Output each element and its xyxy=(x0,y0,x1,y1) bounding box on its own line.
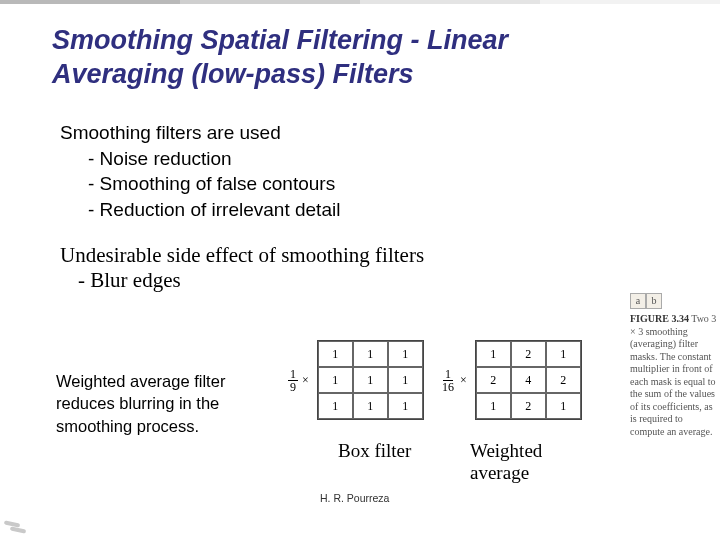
slide-title: Smoothing Spatial Filtering - Linear Ave… xyxy=(52,24,662,92)
title-line-1: Smoothing Spatial Filtering - Linear xyxy=(52,25,508,55)
matrix-cell: 1 xyxy=(353,393,388,419)
figure-label-grid: a b xyxy=(630,293,718,309)
figure-caption-text: Two 3 × 3 smoothing (averaging) filter m… xyxy=(630,313,716,437)
box-filter-scalar: 1 9 xyxy=(288,368,298,393)
weighted-filter: 1 16 × 1 2 1 2 4 2 1 2 1 xyxy=(440,340,582,420)
matrix-cell: 1 xyxy=(546,393,581,419)
footer-author: H. R. Pourreza xyxy=(320,492,389,504)
figure-label-a: a xyxy=(630,293,646,309)
matrix-cell: 1 xyxy=(546,341,581,367)
matrix-cell: 1 xyxy=(318,393,353,419)
weighted-filter-caption: Weighted average xyxy=(470,440,580,484)
bullet-item: Smoothing of false contours xyxy=(100,173,336,194)
block1-lead: Smoothing filters are used xyxy=(60,120,620,146)
block2-lead: Undesirable side effect of smoothing fil… xyxy=(60,243,620,268)
figure-number: FIGURE 3.34 xyxy=(630,313,689,324)
title-line-2: Averaging (low-pass) Filters xyxy=(52,59,414,89)
bullet-item: Blur edges xyxy=(90,268,180,292)
times-symbol: × xyxy=(302,373,309,387)
matrix-cell: 4 xyxy=(511,367,546,393)
matrix-cell: 1 xyxy=(476,341,511,367)
matrix-cell: 1 xyxy=(318,367,353,393)
matrix-cell: 2 xyxy=(511,393,546,419)
weighted-filter-scalar: 1 16 xyxy=(440,368,456,393)
bullet-item: Reduction of irrelevant detail xyxy=(100,199,341,220)
matrix-cell: 1 xyxy=(388,393,423,419)
box-filter-matrix: 1 1 1 1 1 1 1 1 1 xyxy=(317,340,424,420)
bullet-item: Noise reduction xyxy=(100,148,232,169)
slide: Smoothing Spatial Filtering - Linear Ave… xyxy=(0,0,720,540)
matrix-cell: 1 xyxy=(318,341,353,367)
matrix-cell: 1 xyxy=(388,341,423,367)
weighted-filter-matrix: 1 2 1 2 4 2 1 2 1 xyxy=(475,340,582,420)
block1-bullets: - Noise reduction - Smoothing of false c… xyxy=(88,146,620,223)
matrix-cell: 2 xyxy=(476,367,511,393)
matrix-cell: 1 xyxy=(476,393,511,419)
figure-label-b: b xyxy=(646,293,662,309)
matrix-cell: 1 xyxy=(353,367,388,393)
figure-sidebar: a b FIGURE 3.34 Two 3 × 3 smoothing (ave… xyxy=(630,293,718,438)
box-filter: 1 9 × 1 1 1 1 1 1 1 1 1 xyxy=(288,340,424,420)
decorative-top-bar xyxy=(0,0,720,4)
matrix-cell: 1 xyxy=(388,367,423,393)
matrix-cell: 1 xyxy=(353,341,388,367)
corner-decoration-icon xyxy=(4,508,32,536)
weighted-average-note: Weighted average filter reduces blurring… xyxy=(56,370,271,437)
matrix-cell: 2 xyxy=(546,367,581,393)
block2-bullets: - Blur edges xyxy=(78,268,620,293)
body-text: Smoothing filters are used - Noise reduc… xyxy=(60,120,620,293)
box-filter-caption: Box filter xyxy=(338,440,428,462)
times-symbol: × xyxy=(460,373,467,387)
matrix-cell: 2 xyxy=(511,341,546,367)
